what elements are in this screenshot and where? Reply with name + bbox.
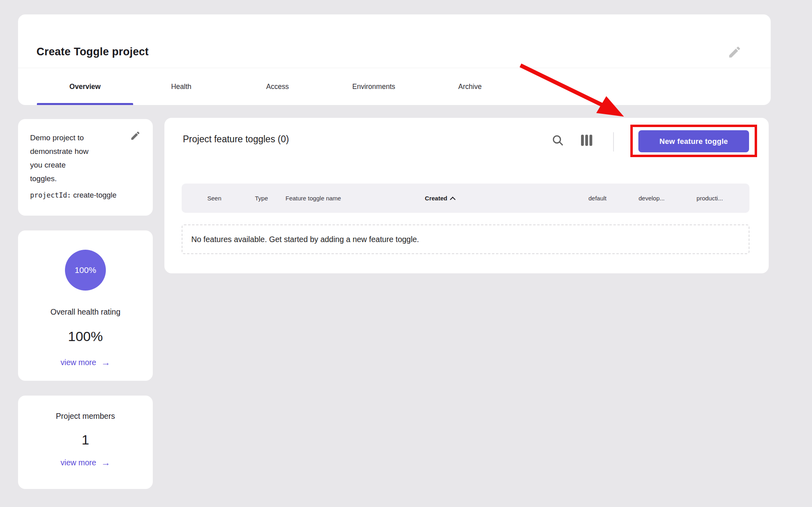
column-header-created[interactable]: Created [398,195,482,202]
edit-project-icon[interactable] [727,45,742,59]
project-members-card: Project members 1 view more → [18,396,153,489]
edit-description-icon[interactable] [130,130,141,141]
members-label: Project members [56,412,115,421]
page-title: Create Toggle project [36,46,149,58]
search-icon [551,133,565,147]
health-value: 100% [68,329,103,344]
health-card: 100% Overall health rating 100% view mor… [18,230,153,381]
tab-archive[interactable]: Archive [422,68,518,105]
empty-state-message: No features available. Get started by ad… [182,224,749,254]
project-id-label: projectId: [30,191,71,199]
panel-title: Project feature toggles (0) [183,134,289,145]
tab-access[interactable]: Access [229,68,326,105]
arrow-right-icon: → [101,358,110,367]
project-description: Demo project to demonstrate how you crea… [30,131,122,186]
project-tabs: Overview Health Access Environments Arch… [37,68,518,105]
column-header-type[interactable]: Type [237,195,286,202]
toolbar-divider [613,132,614,151]
column-header-development[interactable]: develop... [624,195,680,202]
column-header-production[interactable]: producti... [680,195,740,202]
new-feature-toggle-button[interactable]: New feature toggle [638,130,749,152]
arrow-right-icon: → [101,458,110,467]
health-badge: 100% [65,250,106,291]
columns-icon [580,133,593,147]
tab-environments[interactable]: Environments [326,68,422,105]
project-id: projectId: create-toggle [30,191,141,200]
members-count: 1 [82,432,89,448]
tab-health[interactable]: Health [133,68,229,105]
feature-toggles-table-header: Seen Type Feature toggle name Created de… [182,184,749,213]
project-description-card: Demo project to demonstrate how you crea… [18,119,153,216]
health-label: Overall health rating [51,307,121,317]
project-id-value: create-toggle [73,191,117,199]
feature-toggles-panel: Project feature toggles (0) New feature … [164,118,769,273]
column-header-name[interactable]: Feature toggle name [286,195,398,202]
project-header-card: Create Toggle project Overview Health Ac… [18,14,771,105]
sort-ascending-icon [450,196,456,202]
column-header-default[interactable]: default [571,195,624,202]
members-view-more-link[interactable]: view more → [61,458,110,467]
column-header-seen[interactable]: Seen [191,195,237,202]
tab-overview[interactable]: Overview [37,68,133,105]
search-button[interactable] [549,131,567,149]
health-view-more-link[interactable]: view more → [61,358,110,367]
columns-button[interactable] [578,131,595,149]
